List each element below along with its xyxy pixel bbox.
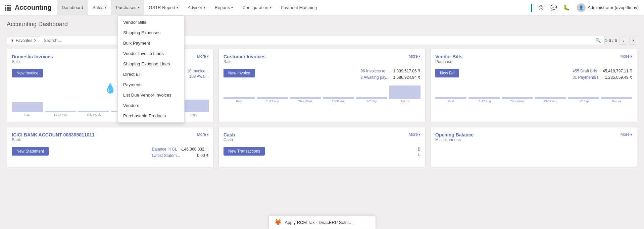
adviser-dropdown-arrow: ▾ [204, 6, 205, 9]
icici-more[interactable]: More ▾ [197, 132, 209, 137]
favorites-label: Favorites [16, 38, 32, 43]
vendor-chart: Past 11-17 Aug This Week 25-31 Aug 1-7 S… [435, 84, 632, 104]
vendor-stat1-amount: 45,419,797.11 ₹ [603, 69, 632, 74]
domestic-invoices-more[interactable]: More ▾ [197, 54, 209, 59]
search-submit-button[interactable]: 🔍 [592, 36, 605, 45]
v-label-this-week: This Week [502, 100, 533, 103]
opening-balance-more[interactable]: More ▾ [621, 132, 632, 137]
nav-adviser[interactable]: Adviser ▾ [183, 0, 210, 15]
dropdown-item-shipping-expenses[interactable]: Shipping Expenses [118, 27, 184, 38]
v-bar-this-week [502, 97, 533, 99]
domestic-stat2[interactable]: 108 Awai... [187, 74, 209, 79]
new-invoice-domestic-button[interactable]: New Invoice [12, 69, 43, 77]
domestic-stats: 10 Invoice... 108 Awai... [187, 69, 209, 79]
pagination-prev[interactable]: ‹ [619, 37, 627, 45]
v-bar-past [435, 97, 466, 99]
new-invoice-customer-button[interactable]: New Invoice [224, 69, 255, 77]
user-menu[interactable]: 👤 Administrator (dvopl6may) [574, 2, 641, 13]
icici-action-row: New Statement Balance in GL -146,368,332… [12, 147, 209, 159]
v-label-25-31: 25-31 Aug [535, 100, 566, 103]
nav-dashboard[interactable]: Dashboard [57, 0, 88, 15]
card-vendor-bills: Vendor Bills Purchase More ▾ New Bill 45… [430, 49, 637, 122]
cash-stats: B L [418, 147, 420, 158]
v-label-future: Future [601, 100, 632, 103]
dropdown-item-payments[interactable]: Payments [118, 79, 184, 90]
c-label-this-week: This Week [290, 100, 321, 103]
dropdown-item-bulk-payment[interactable]: Bulk Payment [118, 38, 184, 48]
svg-rect-6 [5, 9, 6, 11]
vendor-stat2-label[interactable]: 31 Payments t... [573, 75, 602, 80]
nav-reports[interactable]: Reports ▾ [210, 0, 238, 15]
grid-icon[interactable] [3, 3, 13, 13]
at-icon-btn[interactable]: @ [536, 3, 546, 13]
icici-latest-value: 0.00 ₹ [197, 153, 209, 159]
svg-rect-8 [9, 9, 11, 11]
icici-balance-gl-label: Balance in GL [152, 147, 177, 152]
opening-balance-subtitle: Miscellaneous [435, 137, 474, 142]
dropdown-item-list-due[interactable]: List Due Vendor Invoices [118, 90, 184, 100]
sales-dropdown-arrow: ▾ [105, 6, 106, 9]
customer-invoices-more[interactable]: More ▾ [409, 54, 420, 59]
icici-stats: Balance in GL -146,368,332.... Latest St… [152, 147, 209, 159]
svg-rect-1 [7, 5, 9, 6]
pagination: 1-6 / 6 ‹ › [605, 37, 637, 45]
c-bar-past [224, 97, 255, 99]
new-bill-button[interactable]: New Bill [435, 69, 459, 77]
dropdown-item-direct-bill[interactable]: Direct Bill [118, 69, 184, 79]
reports-dropdown-arrow: ▾ [231, 6, 233, 9]
vendor-bills-more[interactable]: More ▾ [621, 54, 632, 59]
card-vendor-header: Vendor Bills Purchase More ▾ [435, 54, 632, 67]
filter-icon: ▼ [10, 38, 14, 43]
dropdown-item-vendors[interactable]: Vendors [118, 100, 184, 111]
card-icici-bank: ICICI BANK ACCOUNT 008305011011 Bank Mor… [7, 127, 214, 167]
c-label-1-7: 1-7 Sep [356, 100, 387, 103]
nav-gstr[interactable]: GSTR Report ▾ [144, 0, 183, 15]
card-cash: Cash Cash More ▾ New Transactions B L [218, 127, 426, 167]
pagination-next[interactable]: › [629, 37, 637, 45]
nav-sales[interactable]: Sales ▾ [88, 0, 111, 15]
page-title: Accounting Dashboard [7, 21, 68, 28]
vendor-chart-bars [435, 84, 632, 99]
customer-invoices-subtitle: Sale [224, 59, 265, 64]
c-bar-this-week [290, 97, 321, 99]
nav-items: Dashboard Sales ▾ Purchases ▾ GSTR Repor… [57, 0, 531, 15]
v-bar-future [601, 97, 632, 99]
pagination-text: 1-6 / 6 [605, 38, 617, 43]
dropdown-item-vendor-invoice-lines[interactable]: Vendor Invoice Lines [118, 48, 184, 59]
new-transactions-button[interactable]: New Transactions [224, 147, 265, 156]
c-label-25-31: 25-31 Aug [323, 100, 354, 103]
nav-configuration[interactable]: Configuration ▾ [238, 0, 276, 15]
bug-icon-btn[interactable]: 🐛 [561, 3, 572, 13]
dropdown-item-purchasable-products[interactable]: Purchasable Products [118, 111, 184, 121]
gstr-dropdown-arrow: ▾ [177, 6, 178, 9]
vendor-stat1-label[interactable]: 455 Draft bills [573, 69, 597, 73]
vendor-stats: 455 Draft bills 45,419,797.11 ₹ 31 Payme… [573, 69, 632, 80]
label-11-17: 11-17 Aug [45, 113, 76, 116]
c-label-future: Future [389, 100, 420, 103]
svg-rect-4 [7, 7, 9, 9]
customer-stat2-label[interactable]: 2 Awaiting pay... [360, 75, 389, 80]
dropdown-item-vendor-bills[interactable]: Vendor Bills [118, 17, 184, 27]
customer-chart: Past 11-17 Aug This Week 25-31 Aug 1-7 S… [224, 84, 420, 104]
domestic-stat1[interactable]: 10 Invoice... [187, 69, 209, 73]
customer-stat2-amount: 1,686,924.94 ₹ [393, 75, 420, 80]
cash-balance-b: B [418, 147, 420, 152]
customer-stat1-label[interactable]: 96 Invoices to ... [360, 69, 390, 73]
nav-purchases[interactable]: Purchases ▾ [111, 0, 144, 15]
favorites-close[interactable]: ✕ [34, 38, 37, 43]
customer-chart-bars [224, 84, 420, 99]
svg-rect-7 [7, 9, 9, 11]
new-statement-button[interactable]: New Statement [12, 147, 49, 156]
vendor-bills-title: Vendor Bills [435, 54, 462, 59]
customer-stats: 96 Invoices to ... 1,839,517.06 ₹ 2 Awai… [360, 69, 420, 80]
nav-payment-matching[interactable]: Payment Matching [276, 0, 322, 15]
v-bar-1-7 [568, 97, 599, 99]
chat-icon-btn[interactable]: 💬 [549, 3, 559, 13]
card-icici-header: ICICI BANK ACCOUNT 008305011011 Bank Mor… [12, 132, 209, 146]
dropdown-item-shipping-expense-lines[interactable]: Shipping Expense Lines [118, 59, 184, 69]
customer-invoices-title: Customer Invoices [224, 54, 265, 59]
favorites-filter[interactable]: ▼ Favorites ✕ [7, 36, 40, 45]
cash-more[interactable]: More ▾ [409, 132, 420, 137]
opening-balance-title: Opening Balance [435, 132, 474, 137]
cash-balance-l: L [418, 152, 420, 157]
